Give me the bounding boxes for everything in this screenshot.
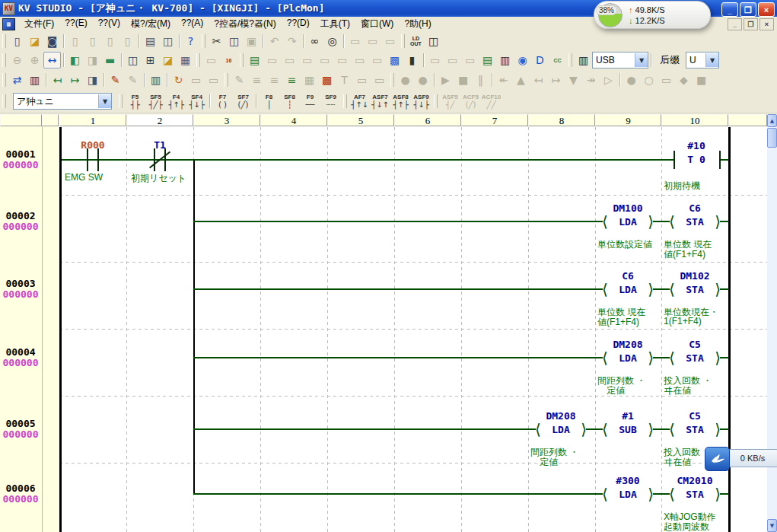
fn-asf9-button[interactable]: ASF9┤↓├ bbox=[411, 91, 431, 111]
cross-reference-button[interactable]: ▦ bbox=[301, 72, 318, 88]
fast-forward-button[interactable]: ↠ bbox=[582, 72, 600, 88]
minimize-button[interactable]: _ bbox=[721, 2, 738, 17]
fn-asf8-button[interactable]: ASF8┤↑├ bbox=[390, 91, 411, 111]
comm-port-select[interactable]: USB▼ bbox=[592, 52, 648, 68]
cclink-button[interactable]: CC bbox=[549, 52, 566, 68]
unit4-button[interactable]: ▭ bbox=[316, 52, 333, 68]
column-header-1[interactable]: 1 bbox=[59, 114, 126, 126]
calendar-setup-button[interactable]: 16 bbox=[220, 52, 237, 68]
stop-all-button[interactable]: ■ bbox=[693, 72, 710, 88]
undo-button[interactable]: ↶ bbox=[266, 33, 283, 49]
mdi-minimize-button[interactable]: _ bbox=[728, 18, 742, 30]
fn-f8-button[interactable]: F8│ bbox=[259, 91, 279, 111]
comment-edit-button[interactable]: ✎ bbox=[231, 72, 248, 88]
chevron-down-icon[interactable]: ▼ bbox=[98, 94, 111, 108]
stop-button[interactable]: ■ bbox=[454, 72, 472, 88]
reference3-button[interactable]: ▭ bbox=[381, 33, 399, 49]
scroll-thumb[interactable] bbox=[767, 128, 777, 148]
unit2-button[interactable]: ▭ bbox=[281, 52, 298, 68]
breakpoint-button[interactable]: ● bbox=[623, 72, 640, 88]
network-button[interactable]: ▩ bbox=[386, 52, 403, 68]
fn-f9-button[interactable]: F9── bbox=[300, 91, 320, 111]
ld-out-view-button[interactable]: LDOUT bbox=[407, 33, 425, 49]
fn-sf7-button[interactable]: SF7(╱) bbox=[233, 91, 253, 111]
restore-button[interactable]: ❐ bbox=[740, 2, 756, 17]
split-view-button[interactable]: ◨ bbox=[84, 52, 101, 68]
tool2-button[interactable]: ▭ bbox=[444, 52, 461, 68]
export2-button[interactable]: ▯ bbox=[119, 33, 136, 49]
network-speed-widget[interactable]: 38% ↑ 49.8K/S ↓ 12.2K/S bbox=[594, 1, 711, 29]
sync-button[interactable]: ↻ bbox=[170, 72, 187, 88]
unit3-button[interactable]: ▭ bbox=[298, 52, 316, 68]
menu-item-5[interactable]: ??(A) bbox=[176, 16, 209, 32]
column-header-10[interactable]: 10 bbox=[661, 114, 728, 126]
find-button[interactable]: ∞ bbox=[306, 33, 323, 49]
continue-button[interactable]: ▷ bbox=[600, 72, 617, 88]
download-widget[interactable]: 0 KB/s bbox=[705, 447, 777, 470]
edit-mode-button[interactable]: ✎ bbox=[107, 72, 124, 88]
memory-button[interactable]: ▭ bbox=[202, 52, 220, 68]
label-list-button[interactable]: ≡ bbox=[248, 72, 266, 88]
step-forward-button[interactable]: ↦ bbox=[547, 72, 565, 88]
mdi-close-button[interactable]: × bbox=[759, 18, 774, 30]
import2-button[interactable]: ▯ bbox=[101, 33, 119, 49]
close-button[interactable]: × bbox=[758, 2, 775, 17]
column-header-8[interactable]: 8 bbox=[528, 114, 595, 126]
box2-button[interactable]: ▭ bbox=[371, 72, 388, 88]
fn-f5-button[interactable]: F5┤├ bbox=[125, 91, 145, 111]
rewind-button[interactable]: ↞ bbox=[495, 72, 512, 88]
menu-item-9[interactable]: 窗口(W) bbox=[355, 16, 399, 32]
text-insert-button[interactable]: T bbox=[336, 72, 353, 88]
suffix-select[interactable]: U▼ bbox=[686, 52, 719, 68]
tool3-button[interactable]: ▭ bbox=[461, 52, 479, 68]
device-select[interactable]: ア狆ュニ▼ bbox=[13, 93, 112, 110]
print-preview-button[interactable]: ◫ bbox=[159, 33, 177, 49]
redo-button[interactable]: ↷ bbox=[283, 33, 301, 49]
step-back-button[interactable]: ↤ bbox=[530, 72, 547, 88]
device-config-button[interactable]: ▤ bbox=[246, 52, 263, 68]
column-header-4[interactable]: 4 bbox=[260, 114, 327, 126]
mdi-restore-button[interactable]: ❐ bbox=[744, 18, 758, 30]
verify-button[interactable]: ◨ bbox=[84, 72, 101, 88]
window-grid-button[interactable]: ▩ bbox=[318, 72, 336, 88]
unit5-button[interactable]: ▭ bbox=[333, 52, 351, 68]
reference2-button[interactable]: ▭ bbox=[364, 33, 381, 49]
fn-asf7-button[interactable]: ASF7┤↓↑ bbox=[370, 91, 390, 111]
used-device-list-button[interactable]: ≡ bbox=[283, 72, 301, 88]
cd-rom-button[interactable]: ◉ bbox=[514, 52, 531, 68]
unit6-button[interactable]: ▭ bbox=[351, 52, 368, 68]
reference1-button[interactable]: ▭ bbox=[346, 33, 364, 49]
zoom-in-button[interactable]: ⊕ bbox=[26, 52, 43, 68]
column-header-2[interactable]: 2 bbox=[126, 114, 193, 126]
menu-item-3[interactable]: ??(V) bbox=[93, 16, 126, 32]
cascade-windows-button[interactable]: ◫ bbox=[124, 52, 142, 68]
scroll-up-button[interactable]: ▲ bbox=[767, 114, 777, 127]
fn-acf5-button[interactable]: ACF5(╱) bbox=[460, 91, 481, 111]
chevron-down-icon[interactable]: ▼ bbox=[705, 53, 718, 67]
paste-button[interactable]: ▣ bbox=[243, 33, 260, 49]
step-down-button[interactable]: ▼ bbox=[565, 72, 582, 88]
find-next-button[interactable]: ◎ bbox=[323, 33, 341, 49]
edit-mode2-button[interactable]: ✎ bbox=[124, 72, 142, 88]
read-from-plc-button[interactable]: ↤ bbox=[49, 72, 66, 88]
step-up-button[interactable]: ▲ bbox=[512, 72, 530, 88]
menu-item-4[interactable]: 模?/宏(M) bbox=[126, 16, 176, 32]
ftp-button[interactable]: ▭ bbox=[368, 52, 386, 68]
fn-sf5-button[interactable]: SF5┤╱├ bbox=[145, 91, 166, 111]
project-folder-button[interactable]: ◪ bbox=[159, 52, 177, 68]
device-list-button[interactable]: ≡ bbox=[266, 72, 283, 88]
registers-button[interactable]: ▭ bbox=[658, 72, 675, 88]
chevron-down-icon[interactable]: ▼ bbox=[635, 53, 648, 67]
open-project-button[interactable]: ◪ bbox=[26, 33, 43, 49]
pc-to-plc-button[interactable]: ⇄ bbox=[8, 72, 26, 88]
unit1-button[interactable]: ▭ bbox=[263, 52, 281, 68]
box1-button[interactable]: ▭ bbox=[353, 72, 371, 88]
fn-f7-button[interactable]: F7( ) bbox=[212, 91, 233, 111]
tile-windows-button[interactable]: ⊞ bbox=[142, 52, 159, 68]
ladder-editor[interactable]: 1234567891000001000000R000EMG SWT1初期リセット… bbox=[0, 114, 777, 532]
tool1-button[interactable]: ▭ bbox=[426, 52, 444, 68]
device-net-button[interactable]: D bbox=[531, 52, 549, 68]
screen-button[interactable]: ▥ bbox=[147, 72, 164, 88]
column-header-3[interactable]: 3 bbox=[193, 114, 260, 126]
zoom-out-button[interactable]: ⊖ bbox=[8, 52, 26, 68]
